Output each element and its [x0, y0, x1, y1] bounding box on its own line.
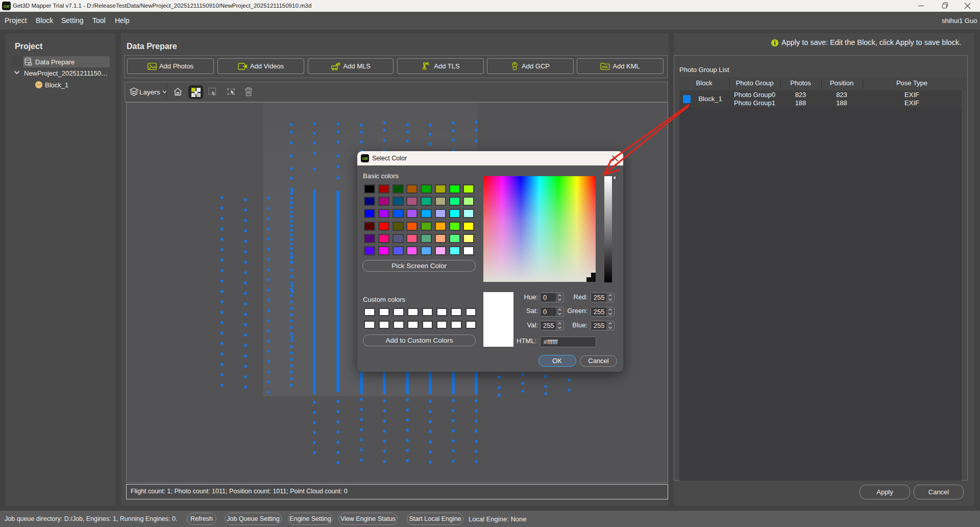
svg-text:GM: GM — [362, 157, 368, 160]
svg-text:GM: GM — [4, 5, 9, 8]
svg-text:KML: KML — [602, 65, 608, 68]
